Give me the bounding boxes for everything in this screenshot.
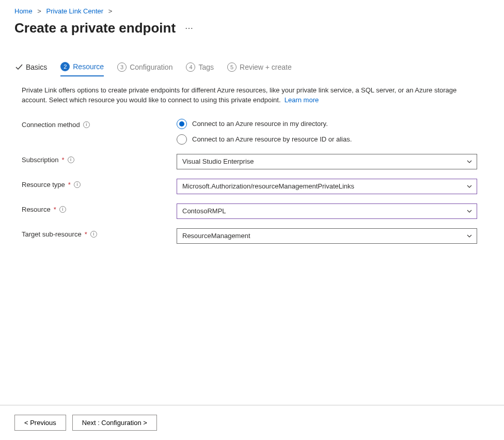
step-number-icon: 2 [60, 62, 70, 71]
chevron-down-icon [466, 208, 472, 214]
page-header: Create a private endpoint ⋯ [0, 17, 504, 51]
required-star: * [62, 156, 65, 164]
tab-tags[interactable]: 4 Tags [186, 62, 214, 76]
required-star: * [85, 230, 87, 238]
label-connection-method: Connection method i [22, 119, 177, 129]
info-icon[interactable]: i [83, 121, 90, 128]
tab-label: Review + create [240, 63, 292, 71]
breadcrumb-sep: > [37, 7, 41, 15]
chevron-down-icon [466, 159, 472, 165]
page-title: Create a private endpoint [14, 20, 176, 36]
tab-label: Configuration [130, 63, 172, 71]
tab-basics[interactable]: Basics [14, 62, 47, 76]
tab-label: Resource [73, 62, 104, 71]
next-button[interactable]: Next : Configuration > [72, 415, 157, 431]
wizard-tabs: Basics 2 Resource 3 Configuration 4 Tags… [0, 57, 504, 76]
tab-label: Basics [26, 63, 47, 71]
select-value: ContosoRMPL [182, 207, 226, 215]
breadcrumb-home[interactable]: Home [14, 7, 33, 15]
chevron-down-icon [466, 233, 472, 239]
tab-label: Tags [198, 63, 214, 71]
tab-configuration[interactable]: 3 Configuration [117, 62, 172, 76]
checkmark-icon [14, 62, 24, 72]
more-actions-icon[interactable]: ⋯ [185, 23, 194, 33]
required-star: * [68, 181, 71, 188]
breadcrumb-private-link-center[interactable]: Private Link Center [46, 7, 104, 15]
select-resource-type[interactable]: Microsoft.Authorization/resourceManageme… [177, 179, 477, 194]
step-number-icon: 4 [186, 62, 195, 72]
radio-icon [177, 119, 187, 129]
radio-connect-by-id[interactable]: Connect to an Azure resource by resource… [177, 134, 477, 145]
previous-button[interactable]: < Previous [14, 415, 66, 431]
required-star: * [54, 206, 56, 213]
label-resource: Resource * i [22, 203, 177, 213]
label-subscription: Subscription * i [22, 154, 177, 164]
select-value: Visual Studio Enterprise [182, 158, 254, 165]
label-target-sub-resource: Target sub-resource * i [22, 228, 177, 238]
info-icon[interactable]: i [59, 206, 66, 213]
chevron-down-icon [466, 183, 472, 190]
info-icon[interactable]: i [90, 231, 97, 238]
wizard-footer: < Previous Next : Configuration > [0, 405, 504, 440]
label-resource-type: Resource type * i [22, 179, 177, 188]
intro-body: Private Link offers options to create pr… [22, 86, 456, 104]
tab-review-create[interactable]: 5 Review + create [227, 62, 292, 76]
info-icon[interactable]: i [68, 156, 74, 163]
breadcrumb-sep: > [108, 7, 113, 15]
radio-icon [177, 134, 187, 145]
step-number-icon: 5 [227, 62, 237, 72]
select-value: Microsoft.Authorization/resourceManageme… [182, 182, 354, 190]
step-number-icon: 3 [117, 62, 127, 72]
learn-more-link[interactable]: Learn more [285, 96, 319, 104]
select-resource[interactable]: ContosoRMPL [177, 203, 477, 219]
intro-text: Private Link offers options to create pr… [0, 76, 504, 115]
breadcrumb: Home > Private Link Center > [0, 0, 504, 17]
info-icon[interactable]: i [74, 181, 81, 188]
select-value: ResourceManagement [182, 232, 250, 240]
select-subscription[interactable]: Visual Studio Enterprise [177, 154, 477, 169]
select-target-sub-resource[interactable]: ResourceManagement [177, 228, 477, 244]
radio-label: Connect to an Azure resource in my direc… [192, 120, 328, 128]
radio-connect-my-directory[interactable]: Connect to an Azure resource in my direc… [177, 119, 477, 129]
tab-resource[interactable]: 2 Resource [60, 62, 104, 76]
radio-label: Connect to an Azure resource by resource… [192, 135, 352, 143]
resource-form: Connection method i Connect to an Azure … [0, 115, 504, 257]
